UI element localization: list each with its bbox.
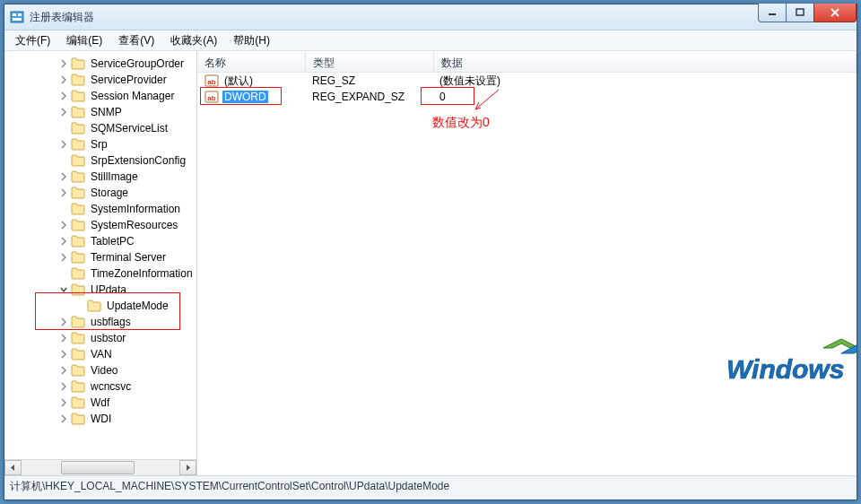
menu-favorites[interactable]: 收藏夹(A) [163, 31, 224, 50]
tree-node-sqmservicelist[interactable]: SQMServiceList [4, 120, 196, 136]
folder-icon [71, 187, 85, 199]
tree-node-srpextensionconfig[interactable]: SrpExtensionConfig [4, 152, 196, 169]
svg-rect-4 [769, 13, 776, 15]
menu-view[interactable]: 查看(V) [111, 31, 161, 50]
expand-toggle-icon[interactable] [58, 381, 69, 392]
scroll-right-button[interactable] [179, 460, 196, 475]
folder-icon [71, 106, 85, 118]
tree-node-van[interactable]: VAN [4, 346, 196, 362]
value-name: (默认) [222, 74, 255, 89]
tree-node-usbstor[interactable]: usbstor [4, 330, 196, 346]
expand-toggle-icon[interactable] [74, 300, 85, 311]
tree-node-label: TimeZoneInformation [89, 267, 195, 280]
folder-icon [71, 90, 85, 102]
tree-node-label: VAN [89, 348, 114, 361]
svg-rect-2 [18, 13, 22, 16]
column-data[interactable]: 数据 [434, 52, 857, 72]
value-row[interactable]: abDWORDREG_EXPAND_SZ0 [197, 89, 857, 105]
minimize-button[interactable] [758, 4, 787, 22]
expand-toggle-icon[interactable] [58, 107, 69, 117]
tree-node-label: SNMP [89, 106, 124, 118]
tree-node-updatemode[interactable]: UpdateMode [4, 298, 196, 314]
expand-toggle-icon[interactable] [58, 91, 69, 101]
tree-node-label: TabletPC [89, 235, 136, 248]
tree-node-systeminformation[interactable]: SystemInformation [4, 201, 196, 217]
expand-toggle-icon[interactable] [58, 139, 69, 150]
tree-node-stillimage[interactable]: StillImage [4, 169, 196, 185]
expand-toggle-icon[interactable] [58, 58, 69, 69]
folder-icon [71, 122, 85, 135]
expand-toggle-icon[interactable] [58, 187, 69, 198]
folder-icon [87, 300, 101, 312]
tree-node-storage[interactable]: Storage [4, 185, 196, 201]
folder-icon [71, 364, 85, 377]
expand-toggle-icon[interactable] [58, 123, 69, 134]
tree-horizontal-scrollbar[interactable] [4, 459, 196, 475]
tree-node-servicegrouporder[interactable]: ServiceGroupOrder [4, 56, 196, 72]
value-type: REG_SZ [305, 74, 432, 88]
list-header: 名称 类型 数据 [197, 52, 857, 73]
expand-toggle-icon[interactable] [58, 268, 69, 279]
expand-toggle-icon[interactable] [58, 155, 69, 166]
scroll-left-button[interactable] [4, 460, 22, 475]
folder-icon [71, 235, 85, 248]
expand-toggle-icon[interactable] [58, 317, 69, 327]
expand-toggle-icon[interactable] [58, 349, 69, 360]
tree-node-terminal-server[interactable]: Terminal Server [4, 249, 196, 265]
tree-node-video[interactable]: Video [4, 362, 196, 378]
close-button[interactable] [813, 4, 857, 22]
expand-toggle-icon[interactable] [58, 333, 69, 343]
tree-node-wdi[interactable]: WDI [4, 411, 196, 427]
expand-toggle-icon[interactable] [58, 236, 69, 247]
expand-toggle-icon[interactable] [58, 252, 69, 263]
folder-icon [71, 413, 85, 425]
tree-node-label: ServiceProvider [89, 74, 169, 86]
tree-node-wcncsvc[interactable]: wcncsvc [4, 378, 196, 395]
tree-node-snmp[interactable]: SNMP [4, 104, 196, 120]
value-data: 0 [432, 90, 857, 104]
list-pane[interactable]: 名称 类型 数据 ab(默认)REG_SZ(数值未设置)abDWORDREG_E… [197, 52, 857, 475]
scroll-thumb[interactable] [61, 461, 135, 474]
svg-text:Windows: Windows [726, 354, 844, 384]
tree-node-srp[interactable]: Srp [4, 136, 196, 152]
annotation-text: 数值改为0 [432, 115, 490, 131]
folder-icon [71, 251, 85, 264]
tree-node-label: WDI [89, 413, 113, 425]
folder-icon [71, 57, 85, 70]
registry-editor-window: 注册表编辑器 文件(F) 编辑(E) 查看(V) 收藏夹(A) 帮助(H) Se… [4, 4, 857, 500]
expand-toggle-icon[interactable] [58, 74, 69, 85]
expand-toggle-icon[interactable] [58, 284, 69, 295]
expand-toggle-icon[interactable] [58, 204, 69, 214]
tree-node-tabletpc[interactable]: TabletPC [4, 233, 196, 249]
expand-toggle-icon[interactable] [58, 220, 69, 230]
window-buttons [759, 4, 857, 22]
tree-node-label: usbstor [89, 332, 127, 344]
menu-help[interactable]: 帮助(H) [226, 31, 277, 50]
tree-node-timezoneinformation[interactable]: TimeZoneInformation [4, 265, 196, 282]
tree-node-updata[interactable]: UPdata [4, 282, 196, 298]
tree-pane[interactable]: ServiceGroupOrderServiceProviderSession … [4, 52, 197, 475]
tree-node-systemresources[interactable]: SystemResources [4, 217, 196, 233]
tree-node-label: Storage [89, 187, 130, 199]
tree-node-label: Terminal Server [89, 251, 168, 264]
tree-node-session-manager[interactable]: Session Manager [4, 88, 196, 104]
column-name[interactable]: 名称 [197, 52, 306, 72]
expand-toggle-icon[interactable] [58, 413, 69, 424]
tree-node-label: StillImage [89, 170, 140, 183]
expand-toggle-icon[interactable] [58, 365, 69, 376]
maximize-button[interactable] [786, 4, 814, 22]
tree-node-usbflags[interactable]: usbflags [4, 314, 196, 330]
tree-node-wdf[interactable]: Wdf [4, 395, 196, 411]
expand-toggle-icon[interactable] [58, 397, 69, 408]
tree-node-serviceprovider[interactable]: ServiceProvider [4, 72, 196, 88]
status-path: 计算机\HKEY_LOCAL_MACHINE\SYSTEM\CurrentCon… [10, 480, 449, 492]
expand-toggle-icon[interactable] [58, 171, 69, 182]
value-row[interactable]: ab(默认)REG_SZ(数值未设置) [197, 73, 857, 89]
folder-icon [71, 316, 85, 328]
scroll-track[interactable] [22, 461, 179, 474]
menu-edit[interactable]: 编辑(E) [59, 31, 109, 50]
svg-text:ab: ab [207, 78, 215, 86]
titlebar[interactable]: 注册表编辑器 [4, 4, 857, 30]
column-type[interactable]: 类型 [306, 52, 434, 72]
menu-file[interactable]: 文件(F) [8, 31, 57, 50]
